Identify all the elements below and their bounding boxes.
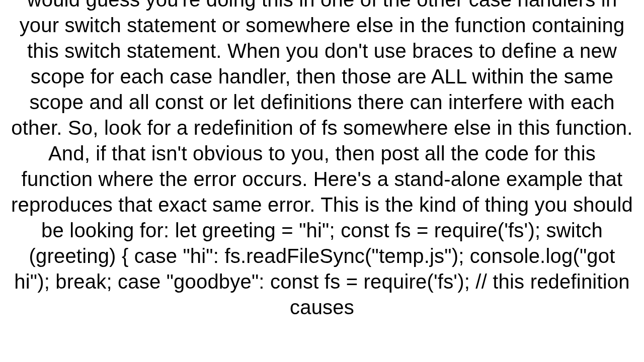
document-text: would guess you're doing this in one of …: [0, 0, 644, 320]
